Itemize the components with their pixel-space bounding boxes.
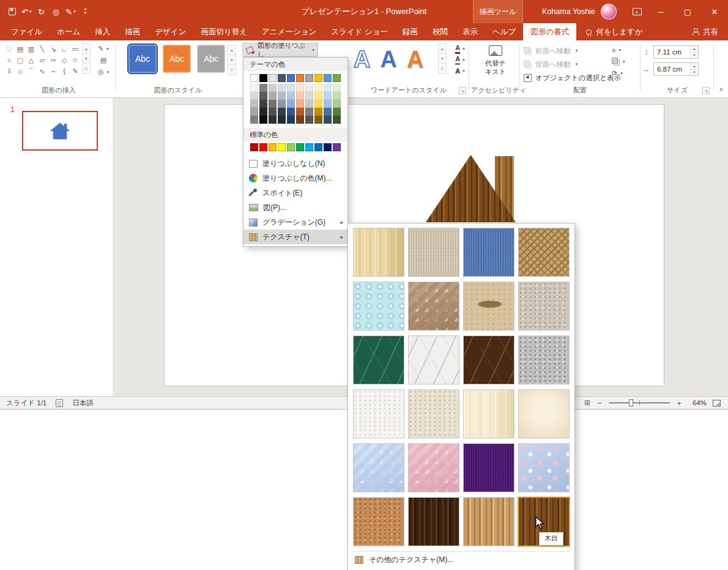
wordart-dialog-launcher[interactable]: ↘ — [459, 87, 466, 94]
right-arrow-icon[interactable]: ⇨ — [48, 54, 59, 66]
width-spinner[interactable]: ▲▼ — [690, 63, 698, 75]
zoom-slider[interactable] — [609, 402, 670, 403]
down-arrow-icon[interactable]: ⇩ — [4, 66, 15, 77]
theme-color-variant-swatch[interactable] — [259, 84, 267, 92]
theme-color-variant-swatch[interactable] — [250, 84, 258, 92]
theme-color-variant-swatch[interactable] — [314, 116, 322, 124]
bring-forward-button[interactable]: 前面へ移動 ▾ — [524, 45, 578, 57]
standard-color-swatch[interactable] — [333, 143, 341, 151]
menu-item-no-fill[interactable]: 塗りつぶしなし(N) — [243, 156, 347, 171]
ribbon-tab-slide-show[interactable]: スライド ショー — [324, 23, 395, 40]
theme-color-swatch[interactable] — [259, 74, 267, 82]
theme-color-swatch[interactable] — [305, 74, 313, 82]
ribbon-tab-transitions[interactable]: 画面切り替え — [193, 23, 254, 40]
texture-paper-bag[interactable] — [408, 282, 459, 331]
view-normal-icon[interactable]: ⊞ — [584, 399, 590, 407]
theme-color-variant-swatch[interactable] — [324, 108, 332, 116]
theme-color-variant-swatch[interactable] — [259, 116, 267, 124]
theme-color-variant-swatch[interactable] — [305, 84, 313, 92]
pencil-icon[interactable]: ✎ — [70, 66, 81, 77]
scroll-up-icon[interactable]: ▲ — [228, 45, 236, 55]
diamond-icon[interactable]: ◇ — [59, 54, 70, 66]
menu-item-picture[interactable]: 図(P)... — [243, 200, 347, 215]
standard-color-swatch[interactable] — [287, 143, 295, 151]
curve-icon[interactable]: ∿ — [37, 66, 48, 77]
brace-icon[interactable]: { — [59, 66, 70, 77]
text-fill-button[interactable]: A▾ — [451, 43, 469, 54]
line-icon[interactable]: ╲ — [37, 43, 48, 54]
theme-color-swatch[interactable] — [296, 74, 304, 82]
texture-canvas[interactable] — [408, 228, 459, 277]
theme-color-variant-swatch[interactable] — [287, 84, 295, 92]
theme-color-variant-swatch[interactable] — [278, 108, 286, 116]
wordart-preview-blue[interactable]: A — [380, 47, 396, 73]
theme-color-variant-swatch[interactable] — [250, 108, 258, 116]
text-effects-button[interactable]: A▾ — [451, 66, 469, 77]
slide-thumbnail[interactable] — [22, 111, 98, 151]
minimize-button[interactable]: ─ — [647, 0, 674, 23]
style-gallery-scrollbar[interactable]: ▲▼≡ — [228, 45, 236, 75]
pen-button[interactable]: ✎▾ — [64, 3, 78, 20]
zoom-slider-thumb[interactable] — [629, 399, 633, 407]
theme-color-variant-swatch[interactable] — [333, 116, 341, 124]
spin-up-icon[interactable]: ▲ — [691, 63, 698, 70]
undo-button[interactable]: ↶▾ — [20, 3, 34, 20]
standard-color-swatch[interactable] — [259, 143, 267, 151]
texture-pink-tissue-paper[interactable] — [408, 443, 459, 492]
theme-color-variant-swatch[interactable] — [324, 100, 332, 108]
spin-up-icon[interactable]: ▲ — [691, 46, 698, 53]
texture-bouquet[interactable] — [518, 443, 570, 492]
send-backward-button[interactable]: 背面へ移動 ▾ — [524, 58, 578, 70]
theme-color-variant-swatch[interactable] — [269, 100, 277, 108]
shape-gallery-scrollbar[interactable]: ▲▼≡ — [82, 43, 91, 74]
menu-item-eyedropper[interactable]: スポイト(E) — [243, 186, 347, 200]
scroll-up-icon[interactable]: ▲ — [83, 44, 90, 54]
ribbon-tab-record[interactable]: 録画 — [395, 23, 425, 40]
theme-color-variant-swatch[interactable] — [333, 84, 341, 92]
touch-mode-button[interactable]: ◎ — [49, 3, 63, 20]
parallelogram-icon[interactable]: ▱ — [37, 54, 48, 66]
redo-button[interactable]: ↻ — [34, 3, 48, 20]
menu-item-texture[interactable]: テクスチャ(T)▸ — [243, 230, 347, 244]
theme-color-variant-swatch[interactable] — [314, 100, 322, 108]
fit-window-icon[interactable] — [713, 400, 721, 407]
theme-color-variant-swatch[interactable] — [305, 108, 313, 116]
texture-blue-tissue-paper[interactable] — [353, 443, 404, 492]
theme-color-swatch[interactable] — [269, 74, 277, 82]
share-button[interactable]: 共有 — [692, 23, 728, 40]
theme-color-variant-swatch[interactable] — [259, 92, 267, 100]
text-box-button[interactable]: ▤ — [93, 54, 114, 66]
notes-icon[interactable] — [56, 399, 63, 407]
rectangle-icon[interactable]: ▭ — [70, 43, 81, 54]
theme-color-variant-swatch[interactable] — [278, 92, 286, 100]
arrow-icon[interactable]: ↘ — [48, 43, 59, 54]
theme-color-swatch[interactable] — [250, 74, 258, 82]
align-objects-button[interactable]: ≡▾ — [612, 44, 636, 56]
standard-color-swatch[interactable] — [324, 143, 332, 151]
shape-fill-button[interactable]: 図形の塗りつぶし ▾ — [242, 43, 318, 57]
texture-woven-mat[interactable] — [518, 228, 570, 277]
theme-color-variant-swatch[interactable] — [324, 92, 332, 100]
height-spinner[interactable]: ▲▼ — [690, 46, 698, 58]
theme-color-swatch[interactable] — [278, 74, 286, 82]
texture-white-marble[interactable] — [408, 336, 459, 384]
theme-color-variant-swatch[interactable] — [333, 108, 341, 116]
theme-color-swatch[interactable] — [324, 74, 332, 82]
shape-height-input[interactable]: 7.11 cm ▲▼ — [653, 45, 699, 59]
wordart-preview-outline[interactable]: A — [354, 47, 370, 73]
texture-newsprint[interactable] — [353, 389, 404, 438]
text-box-icon[interactable]: ▤ — [15, 43, 26, 54]
zoom-in-button[interactable]: + — [676, 399, 682, 408]
theme-color-variant-swatch[interactable] — [333, 92, 341, 100]
texture-cork[interactable] — [353, 497, 404, 546]
theme-color-variant-swatch[interactable] — [278, 84, 286, 92]
scroll-down-icon[interactable]: ▼ — [83, 54, 90, 64]
tell-me-box[interactable]: 何をしますか — [586, 23, 642, 40]
house-icon[interactable]: ⌂ — [15, 66, 26, 77]
user-avatar[interactable] — [601, 4, 617, 20]
texture-fish-fossil[interactable] — [463, 282, 514, 331]
standard-color-swatch[interactable] — [278, 143, 286, 151]
theme-color-swatch[interactable] — [314, 74, 322, 82]
gallery-more-icon[interactable]: ≡ — [439, 64, 446, 73]
ribbon-tab-review[interactable]: 校閲 — [425, 23, 455, 40]
